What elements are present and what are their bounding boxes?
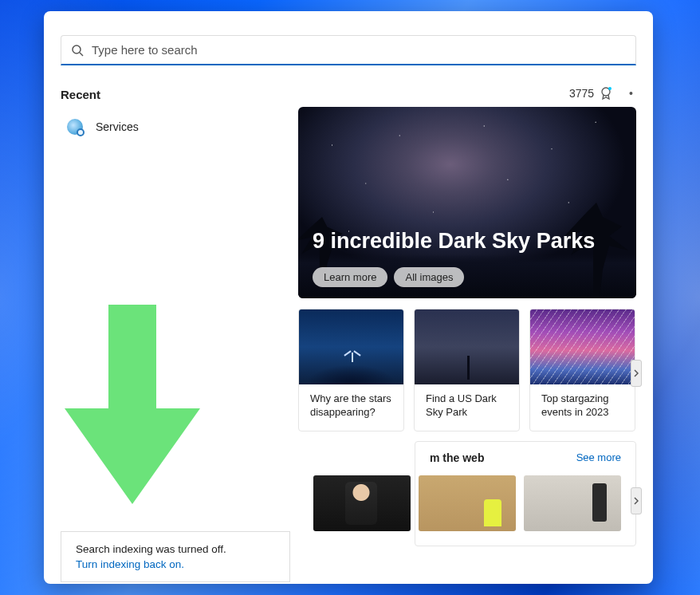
recent-item-services[interactable]: Services	[67, 119, 289, 135]
web-scroll-right-button[interactable]	[631, 487, 642, 514]
card-stars-disappearing[interactable]: Why are the stars disappearing?	[298, 309, 404, 431]
card-image	[530, 309, 635, 384]
all-images-button[interactable]: All images	[394, 267, 464, 287]
hero-card[interactable]: 9 incredible Dark Sky Parks Learn more A…	[298, 107, 636, 298]
chevron-right-icon	[634, 369, 639, 377]
overflow-dot[interactable]: •	[629, 87, 633, 100]
svg-point-4	[608, 87, 612, 90]
chevron-right-icon	[634, 497, 639, 505]
search-box[interactable]	[61, 35, 636, 65]
card-image	[415, 309, 519, 384]
rewards-points: 3775	[569, 87, 594, 100]
recent-item-label: Services	[96, 120, 139, 133]
from-the-web-title: m the web	[430, 451, 484, 464]
card-find-dark-sky-park[interactable]: Find a US Dark Sky Park	[414, 309, 520, 431]
related-cards-row: Why are the stars disappearing? Find a U…	[298, 309, 636, 431]
web-thumb-2[interactable]	[419, 475, 516, 531]
see-more-link[interactable]: See more	[576, 451, 621, 463]
svg-marker-2	[65, 305, 200, 504]
annotation-arrow	[65, 305, 200, 512]
rewards-medal-icon	[599, 86, 613, 100]
card-text: Top stargazing events in 2023	[530, 384, 635, 431]
right-column: 3775 • 9 incredible Dark Sky Parks Learn…	[298, 81, 636, 582]
services-icon	[67, 119, 83, 135]
card-text: Find a US Dark Sky Park	[415, 384, 519, 431]
search-input[interactable]	[92, 43, 626, 57]
card-stargazing-events[interactable]: Top stargazing events in 2023	[529, 309, 635, 431]
svg-line-1	[80, 53, 83, 56]
cards-scroll-right-button[interactable]	[631, 360, 642, 387]
indexing-notice: Search indexing was turned off. Turn ind…	[61, 531, 290, 582]
learn-more-button[interactable]: Learn more	[313, 267, 387, 287]
recent-header: Recent	[61, 88, 289, 101]
search-flyout-panel: Recent Services Search indexing was turn…	[44, 11, 653, 584]
card-image	[299, 309, 403, 384]
hero-title: 9 incredible Dark Sky Parks	[313, 229, 595, 254]
indexing-message: Search indexing was turned off.	[76, 543, 275, 555]
left-column: Recent Services Search indexing was turn…	[61, 81, 289, 582]
web-thumb-3[interactable]	[524, 475, 621, 531]
card-text: Why are the stars disappearing?	[299, 384, 403, 431]
web-thumb-1[interactable]	[313, 475, 411, 531]
search-icon	[71, 44, 84, 57]
svg-point-0	[73, 45, 81, 53]
rewards-indicator[interactable]: 3775 •	[569, 86, 633, 100]
indexing-turn-on-link[interactable]: Turn indexing back on.	[76, 558, 275, 570]
from-the-web-section: m the web See more	[415, 441, 636, 546]
